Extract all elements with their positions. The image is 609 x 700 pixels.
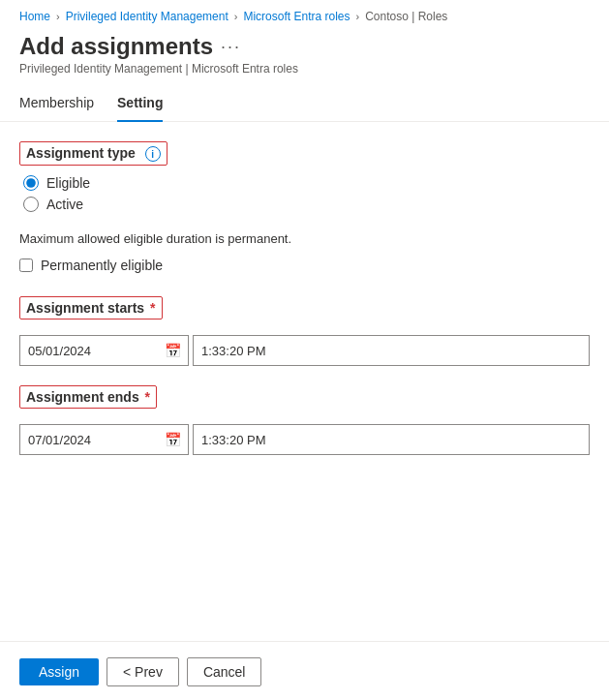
page-title: Add assignments: [19, 33, 213, 60]
starts-time-input[interactable]: [193, 335, 590, 366]
radio-eligible[interactable]: Eligible: [23, 175, 590, 191]
footer-divider: [0, 641, 609, 642]
page-header: Add assignments ··· Privileged Identity …: [0, 29, 609, 76]
breadcrumb-home[interactable]: Home: [19, 10, 50, 23]
breadcrumb-contoso: Contoso | Roles: [365, 10, 447, 23]
eligible-duration-info: Maximum allowed eligible duration is per…: [19, 231, 590, 246]
assignment-type-section: Assignment type i Eligible Active: [19, 141, 590, 212]
prev-button[interactable]: < Prev: [107, 657, 179, 686]
ends-time-input[interactable]: [193, 424, 590, 455]
more-options-icon[interactable]: ···: [221, 37, 241, 57]
radio-active-input[interactable]: [23, 197, 39, 212]
assignment-type-info-icon[interactable]: i: [145, 146, 161, 162]
assignment-type-radio-group: Eligible Active: [19, 175, 590, 212]
ends-date-wrapper: 📅: [19, 424, 189, 455]
tab-setting[interactable]: Setting: [117, 87, 163, 122]
breadcrumb-sep-3: ›: [356, 11, 360, 22]
breadcrumb-entra[interactable]: Microsoft Entra roles: [243, 10, 350, 23]
breadcrumb-pim[interactable]: Privileged Identity Management: [66, 10, 228, 23]
page-subtitle: Privileged Identity Management | Microso…: [19, 62, 590, 76]
starts-required-star: *: [146, 300, 155, 316]
starts-date-input[interactable]: [19, 335, 189, 366]
assignment-ends-section: Assignment ends * 📅: [19, 385, 590, 455]
assignment-starts-label: Assignment starts *: [19, 296, 163, 320]
breadcrumb-sep-1: ›: [56, 11, 60, 22]
ends-required-star: *: [141, 389, 150, 405]
radio-eligible-input[interactable]: [23, 175, 39, 191]
assignment-starts-section: Assignment starts * 📅: [19, 296, 590, 366]
cancel-button[interactable]: Cancel: [187, 657, 262, 686]
permanently-eligible-row: Permanently eligible: [19, 258, 590, 273]
assignment-type-label: Assignment type i: [19, 141, 167, 166]
radio-eligible-label: Eligible: [46, 175, 90, 191]
ends-date-input[interactable]: [19, 424, 189, 455]
assignment-ends-datetime: 📅: [19, 424, 590, 455]
content-area: Assignment type i Eligible Active Maximu…: [0, 122, 609, 455]
breadcrumb-sep-2: ›: [234, 11, 238, 22]
assignment-starts-datetime: 📅: [19, 335, 590, 366]
footer: Assign < Prev Cancel: [0, 644, 609, 700]
permanently-eligible-checkbox[interactable]: [19, 259, 33, 272]
permanently-eligible-label: Permanently eligible: [41, 258, 163, 273]
tabs: Membership Setting: [0, 76, 609, 122]
assign-button[interactable]: Assign: [19, 658, 99, 685]
starts-date-wrapper: 📅: [19, 335, 189, 366]
assignment-ends-label: Assignment ends *: [19, 385, 157, 409]
radio-active[interactable]: Active: [23, 197, 590, 212]
tab-membership[interactable]: Membership: [19, 87, 94, 122]
radio-active-label: Active: [46, 197, 83, 212]
breadcrumb: Home › Privileged Identity Management › …: [0, 0, 609, 29]
